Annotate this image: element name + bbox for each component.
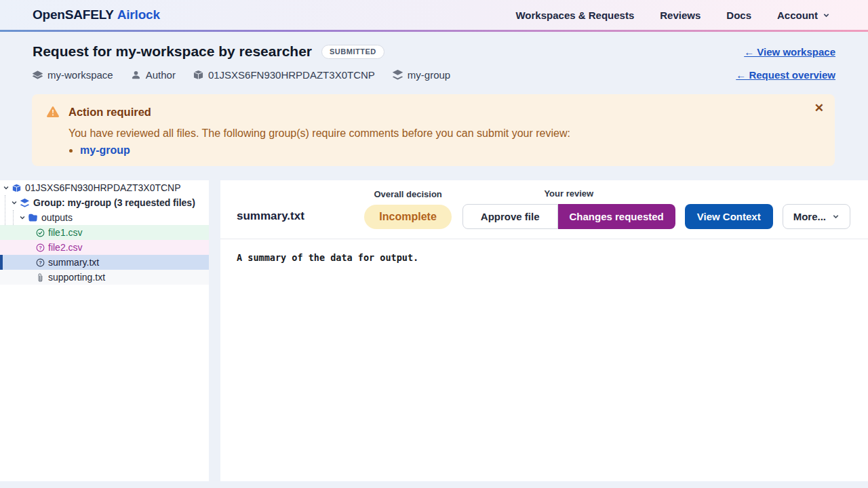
overall-decision-badge: Incomplete bbox=[364, 205, 451, 229]
review-button-group: Approve file Changes requested bbox=[462, 204, 675, 229]
file-tree: 01JSXS6FN930HRPDAZT3X0TCNP Group: my-gro… bbox=[0, 180, 209, 481]
more-menu-label: More... bbox=[793, 211, 826, 222]
tree-folder-outputs[interactable]: outputs bbox=[0, 210, 209, 225]
stack-icon bbox=[20, 199, 29, 207]
chevron-down-icon bbox=[3, 184, 9, 191]
top-navbar: OpenSAFELYAirlock Workspaces & Requests … bbox=[0, 0, 868, 30]
chevron-down-icon bbox=[823, 12, 830, 19]
meta-workspace: my-workspace bbox=[33, 69, 113, 81]
meta-request-id: 01JSXS6FN930HRPDAZT3X0TCNP bbox=[193, 69, 375, 81]
overall-decision-label: Overall decision bbox=[374, 189, 441, 199]
overall-decision-group: Overall decision Incomplete bbox=[364, 189, 451, 229]
paperclip-icon bbox=[36, 273, 45, 282]
tree-file-summary-txt[interactable]: ? summary.txt bbox=[0, 255, 209, 270]
alert-group-list-item: my-group bbox=[80, 143, 808, 157]
brand-secondary: Airlock bbox=[117, 7, 160, 22]
brand-logo[interactable]: OpenSAFELYAirlock bbox=[33, 7, 160, 22]
changes-requested-button[interactable]: Changes requested bbox=[558, 204, 675, 229]
meta-author-label: Author bbox=[146, 69, 176, 81]
nav-account-menu[interactable]: Account bbox=[777, 9, 830, 21]
status-badge: SUBMITTED bbox=[321, 45, 384, 59]
stack-icon bbox=[393, 70, 403, 80]
tree-group-label: Group: my-group (3 requested files) bbox=[33, 197, 195, 208]
box-icon bbox=[193, 70, 203, 80]
view-context-button[interactable]: View Context bbox=[685, 204, 773, 229]
meta-group: my-group bbox=[393, 69, 450, 81]
box-icon bbox=[12, 184, 21, 192]
meta-workspace-label: my-workspace bbox=[47, 69, 113, 81]
alert-message: You have reviewed all files. The followi… bbox=[68, 127, 808, 140]
content-row: 01JSXS6FN930HRPDAZT3X0TCNP Group: my-gro… bbox=[0, 180, 868, 481]
more-menu-button[interactable]: More... bbox=[783, 204, 850, 229]
tree-root-request[interactable]: 01JSXS6FN930HRPDAZT3X0TCNP bbox=[0, 180, 209, 195]
nav-account-label: Account bbox=[777, 9, 818, 21]
alert-group-list: my-group bbox=[68, 143, 808, 157]
tree-file-supporting-txt[interactable]: supporting.txt bbox=[0, 270, 209, 285]
view-workspace-link[interactable]: ← View workspace bbox=[744, 46, 835, 58]
your-review-label: Your review bbox=[544, 188, 593, 199]
tree-group-my-group[interactable]: Group: my-group (3 requested files) bbox=[0, 195, 209, 210]
tree-file-label: summary.txt bbox=[48, 257, 99, 268]
warning-triangle-icon bbox=[47, 106, 59, 118]
chevron-down-icon bbox=[11, 199, 18, 206]
alert-group-link[interactable]: my-group bbox=[80, 144, 130, 156]
request-overview-link[interactable]: ← Request overview bbox=[736, 69, 835, 81]
svg-text:?: ? bbox=[39, 245, 42, 251]
check-circle-icon bbox=[36, 228, 45, 237]
tree-file-file2-csv[interactable]: ? file2.csv bbox=[0, 240, 209, 255]
chevron-down-icon bbox=[832, 213, 840, 220]
nav-workspaces-requests[interactable]: Workspaces & Requests bbox=[515, 9, 634, 21]
tree-root-label: 01JSXS6FN930HRPDAZT3X0TCNP bbox=[25, 182, 181, 193]
your-review-group: Your review Approve file Changes request… bbox=[462, 188, 675, 229]
file-name-heading: summary.txt bbox=[237, 209, 304, 223]
nav-items: Workspaces & Requests Reviews Docs Accou… bbox=[515, 9, 830, 21]
page-title: Request for my-workspace by researcher bbox=[33, 43, 312, 60]
approve-file-button[interactable]: Approve file bbox=[462, 204, 558, 229]
person-icon bbox=[131, 70, 141, 80]
file-detail-panel: summary.txt Overall decision Incomplete … bbox=[220, 180, 868, 481]
layers-icon bbox=[33, 70, 43, 80]
meta-author: Author bbox=[131, 69, 176, 81]
svg-text:?: ? bbox=[39, 260, 42, 266]
question-circle-icon: ? bbox=[36, 243, 45, 252]
brand-primary: OpenSAFELY bbox=[33, 7, 114, 22]
nav-reviews[interactable]: Reviews bbox=[660, 9, 701, 21]
folder-icon bbox=[28, 214, 37, 222]
tree-file-label: file2.csv bbox=[48, 242, 83, 253]
tree-file-label: supporting.txt bbox=[48, 272, 105, 283]
question-circle-icon: ? bbox=[36, 258, 45, 267]
chevron-down-icon bbox=[19, 214, 26, 221]
close-icon[interactable]: ✕ bbox=[812, 100, 827, 117]
nav-docs[interactable]: Docs bbox=[726, 9, 751, 21]
meta-request-id-label: 01JSXS6FN930HRPDAZT3X0TCNP bbox=[208, 69, 375, 81]
file-detail-header: summary.txt Overall decision Incomplete … bbox=[220, 180, 868, 239]
page-header: Request for my-workspace by researcher S… bbox=[0, 32, 868, 81]
tree-file-file1-csv[interactable]: file1.csv bbox=[0, 225, 209, 240]
tree-file-label: file1.csv bbox=[48, 227, 83, 238]
action-required-alert: Action required You have reviewed all fi… bbox=[32, 94, 835, 166]
tree-folder-label: outputs bbox=[41, 212, 73, 223]
file-content-text: A summary of the data for output. bbox=[220, 239, 868, 276]
alert-title: Action required bbox=[68, 105, 151, 119]
meta-group-label: my-group bbox=[408, 69, 450, 81]
